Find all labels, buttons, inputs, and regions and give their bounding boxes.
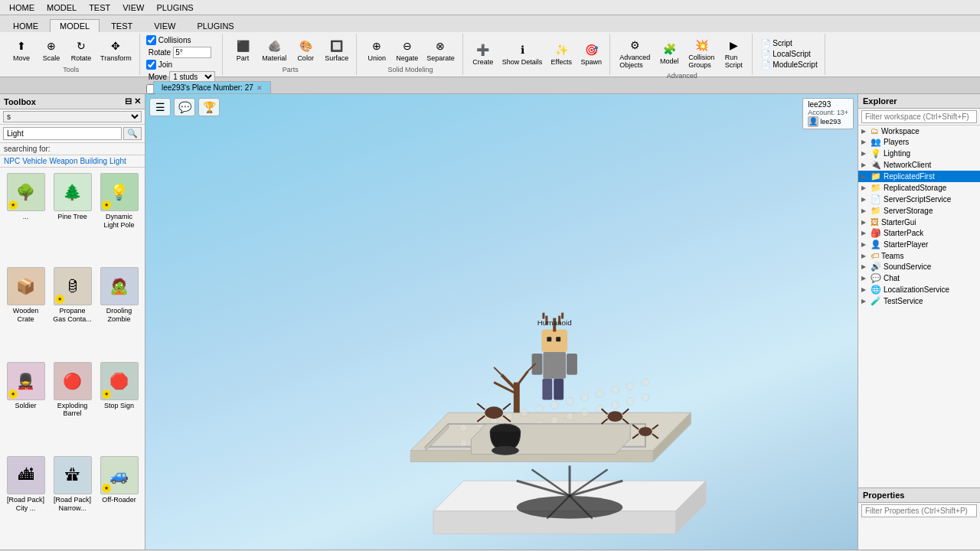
menu-model[interactable]: MODEL xyxy=(41,3,83,12)
toolbox-item-1[interactable]: 🌲Pine Tree xyxy=(50,171,95,263)
tree-icon-3: 🔌 xyxy=(871,160,881,170)
tree-item-soundservice[interactable]: ▶🔊SoundService xyxy=(858,261,980,272)
menu-home[interactable]: HOME xyxy=(3,3,41,12)
menu-view[interactable]: VIEW xyxy=(116,3,150,12)
toolbox-item-0[interactable]: 🌳★... xyxy=(3,171,48,263)
toolbox-item-4[interactable]: 🛢★Propane Gas Conta... xyxy=(50,265,95,357)
tab-model[interactable]: MODEL xyxy=(50,19,100,32)
tag-vehicle[interactable]: Vehicle xyxy=(22,157,47,165)
tree-item-localizationservice[interactable]: ▶🌐LocalizationService xyxy=(858,284,980,295)
collision-groups-button[interactable]: 💥 CollisionGroups xyxy=(685,35,717,70)
rotate-button[interactable]: ↻ Rotate xyxy=(67,36,95,64)
tree-item-workspace[interactable]: ▶🗂Workspace xyxy=(858,126,980,136)
tree-item-startergui[interactable]: ▶🖼StarterGui xyxy=(858,217,980,227)
rotate-input[interactable] xyxy=(173,47,211,58)
tree-arrow: ▶ xyxy=(861,184,871,191)
svg-line-76 xyxy=(517,371,528,386)
hamburger-button[interactable]: ☰ xyxy=(149,98,171,116)
svg-point-73 xyxy=(492,446,519,455)
toolbox-item-9[interactable]: 🏙[Road Pack] City ... xyxy=(3,454,48,546)
script-content: 📄 Script 📄 LocalScript 📄 ModuleScript xyxy=(759,35,819,72)
advanced-objects-button[interactable]: ⚙ AdvancedObjects xyxy=(616,35,653,70)
svg-rect-48 xyxy=(542,313,544,319)
spawn-button[interactable]: 🎯 Spawn xyxy=(577,40,605,67)
viewport[interactable]: ☰ 💬 🏆 lee293 Account: 13+ 👤 lee293 xyxy=(145,94,858,549)
tag-light[interactable]: Light xyxy=(109,157,126,165)
tab-view[interactable]: VIEW xyxy=(144,19,185,32)
tab-test[interactable]: TEST xyxy=(101,19,142,32)
join-checkbox[interactable]: Join xyxy=(146,60,217,70)
tab-home[interactable]: HOME xyxy=(3,19,48,32)
negate-button[interactable]: ⊖ Negate xyxy=(393,36,421,64)
tag-building[interactable]: Building xyxy=(80,157,107,165)
doc-tab-place[interactable]: lee293's Place Number: 27 ✕ xyxy=(153,81,271,93)
leaderboard-button[interactable]: 🏆 xyxy=(198,98,220,116)
script-button[interactable]: 📄 Script xyxy=(759,38,819,48)
toolbox-item-11[interactable]: 🚙★Off-Roader xyxy=(96,454,142,546)
model-button[interactable]: 🧩 Model xyxy=(655,39,683,67)
color-button[interactable]: 🎨 Color xyxy=(292,36,319,64)
toolbox-item-3[interactable]: 📦Wooden Crate xyxy=(3,265,48,357)
toolbox-item-5[interactable]: 🧟Drooling Zombie xyxy=(96,265,142,357)
effects-button[interactable]: ✨ Effects xyxy=(547,40,575,67)
separate-button[interactable]: ⊗ Separate xyxy=(423,36,458,64)
explorer-search-input[interactable] xyxy=(861,110,977,123)
tag-weapon[interactable]: Weapon xyxy=(49,157,77,165)
run-script-button[interactable]: ▶ RunScript xyxy=(720,35,747,70)
material-button[interactable]: 🪨 Material xyxy=(259,36,289,64)
union-button[interactable]: ⊕ Union xyxy=(363,36,390,64)
tree-label-4: ReplicatedFirst xyxy=(884,172,935,181)
rotate-field[interactable]: Rotate xyxy=(146,46,217,59)
transform-button[interactable]: ✥ Transform xyxy=(97,36,135,64)
toolbox-close[interactable]: ✕ xyxy=(134,96,141,106)
menu-plugins[interactable]: PLUGINS xyxy=(150,3,199,12)
explorer-search-area xyxy=(858,109,980,126)
surface-button[interactable]: 🔲 Surface xyxy=(322,36,351,64)
tag-npc[interactable]: NPC xyxy=(4,157,20,165)
tree-item-networkclient[interactable]: ▶🔌NetworkClient xyxy=(858,159,980,171)
tree-item-lighting[interactable]: ▶💡Lighting xyxy=(858,148,980,159)
scale-button[interactable]: ⊕ Scale xyxy=(38,36,65,64)
tree-item-serverstorage[interactable]: ▶📁ServerStorage xyxy=(858,205,980,217)
tree-item-replicatedstorage[interactable]: ▶📁ReplicatedStorage xyxy=(858,182,980,194)
tree-item-replicatedfirst[interactable]: ▶📁ReplicatedFirst xyxy=(858,171,980,182)
solid-content: ⊕ Union ⊖ Negate ⊗ Separate xyxy=(363,35,458,64)
collisions-checkbox[interactable]: Collisions xyxy=(146,35,217,45)
svg-point-27 xyxy=(460,439,468,447)
toolbox-item-10[interactable]: 🛣[Road Pack] Narrow... xyxy=(50,454,95,546)
chat-button[interactable]: 💬 xyxy=(174,98,195,116)
menu-test[interactable]: TEST xyxy=(83,3,116,12)
tree-item-starterplayer[interactable]: ▶👤StarterPlayer xyxy=(858,239,980,250)
advanced-content: ⚙ AdvancedObjects 🧩 Model 💥 CollisionGro… xyxy=(616,35,747,70)
toolbox-search-input[interactable] xyxy=(3,127,122,140)
properties-search-input[interactable] xyxy=(861,504,977,517)
tree-item-players[interactable]: ▶👥Players xyxy=(858,136,980,148)
move-button[interactable]: ⬆ Move xyxy=(8,36,35,64)
toolbox-header: Toolbox ⊟ ✕ xyxy=(0,94,145,109)
tab-plugins[interactable]: PLUGINS xyxy=(187,19,243,32)
create-button[interactable]: ➕ Create xyxy=(469,40,497,67)
toolbox-item-8[interactable]: 🛑★Stop Sign xyxy=(96,360,142,452)
toolbox-item-6[interactable]: 💂★Soldier xyxy=(3,360,48,452)
tree-item-teams[interactable]: ▶🏷Teams xyxy=(858,250,980,261)
tree-item-starterpack[interactable]: ▶🎒StarterPack xyxy=(858,227,980,239)
tree-item-serverscriptservice[interactable]: ▶📄ServerScriptService xyxy=(858,194,980,205)
create-icon: ➕ xyxy=(475,41,492,58)
spawn-icon: 🎯 xyxy=(583,41,599,58)
localscript-button[interactable]: 📄 LocalScript xyxy=(759,49,819,59)
toolbox-item-7[interactable]: 🔴Exploding Barrel xyxy=(50,360,95,452)
scene-viewport[interactable]: Humanoid xyxy=(145,94,858,549)
details-icon: ℹ xyxy=(514,41,531,58)
toolbox-minimize[interactable]: ⊟ xyxy=(125,96,132,106)
tab-close-button[interactable]: ✕ xyxy=(256,84,263,92)
toolbox-search-button[interactable]: 🔍 xyxy=(123,127,142,140)
toolbox-item-2[interactable]: 💡★Dynamic Light Pole xyxy=(96,171,142,263)
tree-item-chat[interactable]: ▶💬Chat xyxy=(858,272,980,284)
tree-item-testservice[interactable]: ▶🧪TestService xyxy=(858,295,980,307)
part-button[interactable]: ⬛ Part xyxy=(229,36,256,64)
modulescript-button[interactable]: 📄 ModuleScript xyxy=(759,60,819,70)
tree-icon-10: 👤 xyxy=(871,240,881,249)
svg-point-37 xyxy=(611,401,619,409)
show-details-button[interactable]: ℹ Show Details xyxy=(499,40,546,67)
toolbox-category-select[interactable]: s xyxy=(3,111,142,122)
